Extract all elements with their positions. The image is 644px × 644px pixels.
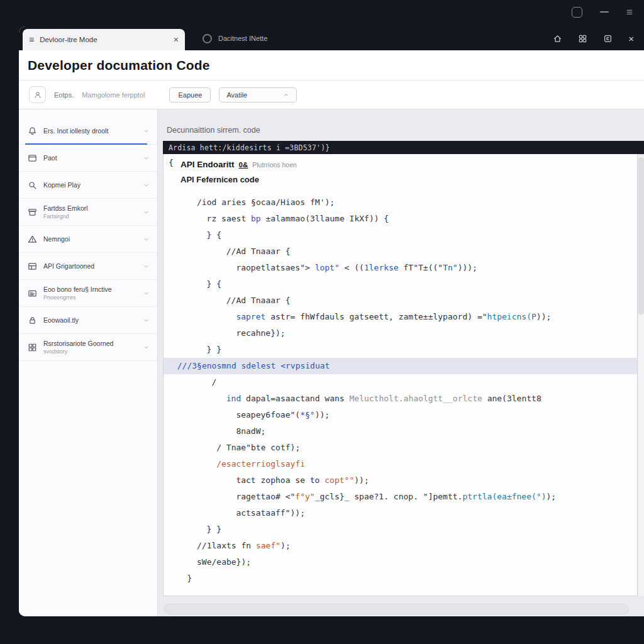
code-line: raopetlatsaes"> lopt" < ((1lerkse fT"T±(… — [164, 260, 637, 276]
home-icon[interactable] — [553, 34, 562, 43]
tab-actions: × — [553, 26, 644, 50]
tab-developer-mode[interactable]: ≡ Devloor-itre Mode × — [23, 29, 185, 50]
bell-icon — [28, 126, 37, 136]
chevron-down-icon — [143, 128, 150, 135]
chevron-down-icon — [143, 344, 150, 351]
code-line: / Tnae"bte cotf); — [164, 440, 637, 456]
doc-heading-meta: Plutrrions hoen — [252, 161, 297, 169]
tab-bar: ≡ Devloor-itre Mode × Dacitnest INette × — [19, 26, 644, 50]
chevron-down-icon — [143, 236, 150, 243]
code-block: /iod aries §ocaa/Hiaos fM');rz saest bp … — [164, 194, 637, 587]
search-icon — [28, 180, 37, 190]
sidebar-item-window[interactable]: Paot — [19, 145, 157, 172]
app-window-icon[interactable] — [572, 7, 582, 18]
content-area: Decunnaittion sirrem. code Ardisa hett:/… — [158, 109, 644, 616]
tab-secondary[interactable]: Dacitnest INette — [203, 26, 267, 50]
code-line: / — [164, 374, 637, 391]
export-button[interactable]: Eapuee — [169, 87, 211, 103]
vertical-scrollbar-thumb[interactable] — [638, 157, 644, 314]
vertical-scrollbar[interactable] — [638, 156, 644, 596]
code-line: /esacterrioglsayfi — [164, 456, 637, 472]
warning-icon — [28, 235, 37, 244]
code-line: //Ad Tnaaar { — [164, 292, 637, 309]
code-line: actsataaff")); — [164, 505, 637, 521]
sidebar-item-archive[interactable]: Fartdss EmkorlFartsirgnd — [19, 199, 157, 226]
code-line: seapey6foae"(*§°)); — [164, 407, 637, 423]
os-topbar: ≡ — [572, 5, 633, 19]
code-line: recahne}); — [164, 325, 637, 341]
chevron-up-icon — [283, 92, 289, 98]
code-line: ragettao# <"f°y"_gcls}_ spae?1. cnop. "]… — [164, 489, 637, 505]
chevron-down-icon — [143, 182, 150, 189]
sidebar-item-label: Ers. Inot iollesty droolt — [43, 127, 136, 135]
apps-icon[interactable] — [578, 34, 587, 43]
minimize-icon[interactable] — [600, 11, 609, 13]
sidebar-item-label: Eoowaoil.tly — [43, 316, 136, 324]
sidebar-item-label: Kopmei Play — [43, 181, 136, 189]
sidebar-item-card[interactable]: Eoo bono feru§ IrnctivePnoeengrres — [19, 280, 157, 307]
code-line: ind dapal=asaactand wans Meluctholt.ahao… — [164, 391, 637, 407]
card-icon — [28, 289, 37, 298]
table-icon — [28, 262, 37, 271]
code-line: } } — [164, 341, 637, 358]
code-line: sWe/eabe}); — [164, 554, 637, 570]
tab-favicon-circle-icon — [203, 34, 212, 43]
tab-label: Dacitnest INette — [218, 35, 267, 42]
window-body: Ers. Inot iollesty drooltPaotKopmei Play… — [19, 109, 644, 616]
chevron-down-icon — [143, 263, 150, 270]
code-line: //Ad Tnaaar { — [164, 243, 637, 260]
filter-dropdown[interactable]: Avatile — [219, 87, 297, 103]
archive-icon — [28, 208, 37, 217]
sidebar-item-label: Eoo bono feru§ IrnctivePnoeengrres — [43, 286, 136, 301]
sidebar-item-layout[interactable]: Rsrstorisariote Goornedsvodstory — [19, 334, 157, 361]
browser-window: ≡ Devloor-itre Mode × Dacitnest INette ×… — [19, 26, 644, 616]
toolbar: Eotps. Mamgolome ferpptol Eapuee Avatile — [19, 80, 644, 109]
page-header: Developer documation Code — [19, 50, 644, 80]
code-line: sapret astr= fhWfdauls gatseett, zamte±±… — [164, 309, 637, 325]
code-line: //1laxts fn saef"); — [164, 538, 637, 554]
tab-close-icon[interactable]: × — [174, 35, 179, 44]
code-line: } } — [164, 521, 637, 538]
section-title: Decunnaittion sirrem. code — [167, 126, 635, 135]
sidebar: Ers. Inot iollesty drooltPaotKopmei Play… — [19, 109, 158, 616]
code-line: rz saest bp ±alammao(3llaume IkXf)) { — [164, 211, 637, 227]
horizontal-scrollbar[interactable] — [164, 604, 629, 614]
code-line: /iod aries §ocaa/Hiaos fM'); — [164, 194, 637, 211]
doc-subheading: API Fefernicen code — [164, 175, 637, 184]
sidebar-item-bell[interactable]: Ers. Inot iollesty droolt — [19, 118, 157, 145]
tab-menu-icon[interactable]: ≡ — [29, 35, 34, 44]
breadcrumb: Eotps. — [54, 91, 74, 99]
filter-dropdown-label: Avatile — [226, 91, 247, 99]
chevron-down-icon — [143, 155, 150, 162]
sidebar-item-lock[interactable]: Eoowaoil.tly — [19, 307, 157, 334]
sidebar-item-label: Paot — [43, 154, 136, 162]
code-address-bar: Ardisa hett:/kiddesirts i =3BD537')} — [163, 141, 644, 154]
breadcrumb-secondary: Mamgolome ferpptol — [82, 91, 145, 99]
avatar[interactable] — [29, 86, 46, 103]
doc-heading: API Endoaritt 0& Plutrrions hoen — [164, 160, 637, 169]
code-line: } { — [164, 227, 637, 243]
sidebar-item-table[interactable]: API Grigartooned — [19, 253, 157, 280]
code-panel: { API Endoaritt 0& Plutrrions hoen API F… — [163, 154, 638, 596]
extension-icon[interactable] — [603, 34, 613, 43]
code-line: } — [164, 570, 637, 587]
code-line: } { — [164, 276, 637, 292]
chevron-down-icon — [143, 290, 150, 297]
sidebar-item-warning[interactable]: Nemngoi — [19, 226, 157, 253]
window-icon — [28, 153, 37, 163]
sidebar-item-search[interactable]: Kopmei Play — [19, 172, 157, 199]
code-line: 8nadW; — [164, 423, 637, 440]
code-line: tact zophoa se to copt°")); — [164, 472, 637, 489]
sidebar-item-label: Fartdss EmkorlFartsirgnd — [43, 204, 136, 219]
code-open-brace: { — [169, 158, 174, 167]
layout-icon — [28, 343, 37, 352]
chevron-down-icon — [143, 317, 150, 324]
lock-icon — [28, 316, 37, 325]
doc-heading-link[interactable]: 0& — [239, 161, 248, 169]
sidebar-item-label: Rsrstorisariote Goornedsvodstory — [43, 340, 136, 355]
close-icon[interactable]: × — [628, 34, 634, 43]
menu-icon[interactable]: ≡ — [626, 7, 633, 18]
code-line: ///3§enosmnd sdelest <rvpsiduat — [164, 358, 637, 374]
tab-label: Devloor-itre Mode — [40, 36, 168, 43]
sidebar-item-label: Nemngoi — [43, 235, 136, 243]
